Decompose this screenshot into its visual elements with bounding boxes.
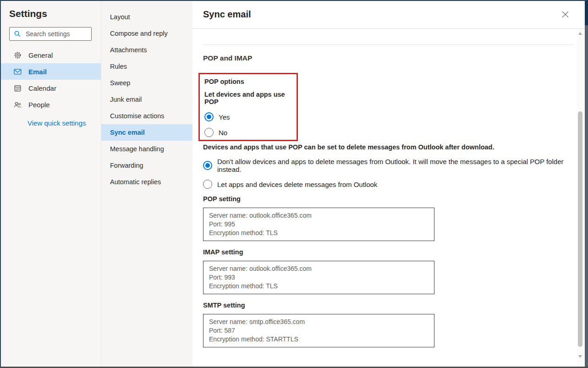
page-title: Sync email <box>203 9 251 20</box>
nav-item-sweep[interactable]: Sweep <box>101 75 192 91</box>
nav-item-message-handling[interactable]: Message handling <box>101 141 192 157</box>
sidebar-item-label: Calendar <box>28 84 56 92</box>
sidebar-item-calendar[interactable]: Calendar <box>0 80 101 96</box>
pop-options-heading: POP options <box>204 78 292 85</box>
nav-item-compose-and-reply[interactable]: Compose and reply <box>101 25 192 42</box>
pop-and-imap-heading: POP and IMAP <box>203 54 570 62</box>
radio-label: Let apps and devices delete messages fro… <box>217 181 377 188</box>
sidebar-item-people[interactable]: People <box>0 96 101 113</box>
port-line: Port: 587 <box>209 326 429 335</box>
scrollbar-thumb[interactable] <box>578 111 583 347</box>
sidebar-item-general[interactable]: General <box>0 47 101 63</box>
gear-icon <box>14 51 22 59</box>
view-quick-settings-link[interactable]: View quick settings <box>27 119 86 127</box>
settings-sidebar: Settings General Email <box>0 0 101 368</box>
encryption-line: Encryption method: TLS <box>209 229 429 237</box>
radio-label: No <box>219 129 227 137</box>
scroll-up-icon[interactable] <box>578 32 582 35</box>
pop-options-question: Let devices and apps use POP <box>204 91 292 105</box>
pop-setting-block: POP setting Server name: outlook.office3… <box>203 195 570 241</box>
settings-category-menu: General Email Calendar People <box>0 47 101 113</box>
dont-allow-delete-radio[interactable]: Don't allow devices and apps to delete m… <box>203 158 570 173</box>
sync-email-panel: Sync email POP and IMAP POP options Let … <box>192 0 588 368</box>
vertical-scrollbar[interactable] <box>577 29 584 367</box>
sidebar-item-label: General <box>28 51 53 59</box>
scroll-down-icon[interactable] <box>578 355 582 358</box>
smtp-setting-block: SMTP setting Server name: smtp.office365… <box>203 302 570 347</box>
search-icon <box>14 30 21 38</box>
search-settings-box[interactable] <box>9 27 92 41</box>
radio-unselected-icon[interactable] <box>204 128 214 137</box>
nav-item-customise-actions[interactable]: Customise actions <box>101 108 192 124</box>
background-page-edge <box>585 0 588 368</box>
section-divider <box>203 44 574 45</box>
encryption-line: Encryption method: STARTTLS <box>209 335 429 344</box>
radio-unselected-icon[interactable] <box>203 180 212 189</box>
encryption-line: Encryption method: TLS <box>209 282 429 291</box>
panel-header: Sync email <box>192 0 588 29</box>
settings-title: Settings <box>9 8 101 19</box>
pop-options-annotation-box: POP options Let devices and apps use POP… <box>198 73 298 141</box>
nav-item-junk-email[interactable]: Junk email <box>101 91 192 108</box>
settings-dialog: Settings General Email <box>0 0 588 368</box>
nav-item-rules[interactable]: Rules <box>101 58 192 75</box>
imap-setting-block: IMAP setting Server name: outlook.office… <box>203 248 570 294</box>
server-name-line: Server name: outlook.office365.com <box>209 264 429 273</box>
pop-no-radio[interactable]: No <box>204 128 292 137</box>
nav-item-attachments[interactable]: Attachments <box>101 42 192 58</box>
window-border-left <box>0 0 1 368</box>
imap-setting-heading: IMAP setting <box>203 248 570 256</box>
envelope-icon <box>14 68 22 76</box>
calendar-icon <box>14 84 22 92</box>
people-icon <box>14 101 22 109</box>
server-name-line: Server name: smtp.office365.com <box>209 318 429 326</box>
pop-setting-heading: POP setting <box>203 195 570 203</box>
smtp-setting-heading: SMTP setting <box>203 302 570 309</box>
nav-item-sync-email[interactable]: Sync email <box>101 124 192 141</box>
sidebar-item-label: People <box>28 101 50 109</box>
port-line: Port: 993 <box>209 273 429 282</box>
smtp-setting-box: Server name: smtp.office365.com Port: 58… <box>203 314 434 347</box>
radio-selected-icon[interactable] <box>203 161 212 170</box>
port-line: Port: 995 <box>209 220 429 229</box>
sidebar-item-label: Email <box>28 68 47 76</box>
background-header-edge <box>585 0 588 25</box>
panel-content: POP and IMAP POP options Let devices and… <box>192 29 588 368</box>
pop-yes-radio[interactable]: Yes <box>204 112 292 121</box>
nav-item-layout[interactable]: Layout <box>101 9 192 25</box>
allow-delete-radio[interactable]: Let apps and devices delete messages fro… <box>203 180 570 189</box>
email-settings-nav: Layout Compose and reply Attachments Rul… <box>101 0 192 368</box>
radio-label: Don't allow devices and apps to delete m… <box>217 158 570 173</box>
server-name-line: Server name: outlook.office365.com <box>209 211 429 220</box>
pop-setting-box: Server name: outlook.office365.com Port:… <box>203 208 434 241</box>
nav-item-forwarding[interactable]: Forwarding <box>101 157 192 174</box>
search-settings-input[interactable] <box>25 30 87 38</box>
radio-label: Yes <box>219 113 230 121</box>
delete-options-question: Devices and apps that use POP can be set… <box>203 143 570 151</box>
radio-selected-icon[interactable] <box>204 112 214 121</box>
sidebar-item-email[interactable]: Email <box>0 63 101 80</box>
imap-setting-box: Server name: outlook.office365.com Port:… <box>203 261 434 294</box>
window-border-top <box>0 0 588 1</box>
close-icon[interactable] <box>559 8 572 21</box>
nav-item-automatic-replies[interactable]: Automatic replies <box>101 174 192 190</box>
